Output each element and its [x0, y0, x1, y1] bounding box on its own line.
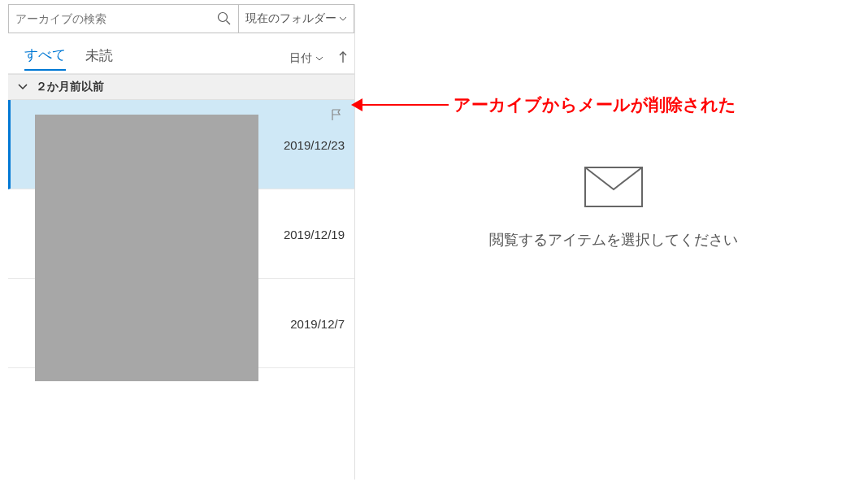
search-box[interactable]: [8, 4, 239, 33]
chevron-down-icon: [315, 56, 323, 61]
group-header[interactable]: ２か月前以前: [8, 74, 354, 100]
chevron-down-icon: [18, 84, 28, 90]
sort-direction-button[interactable]: [338, 50, 348, 66]
filter-tab-all[interactable]: すべて: [24, 46, 66, 71]
flag-icon[interactable]: [330, 108, 343, 124]
filter-tab-unread[interactable]: 未読: [85, 46, 113, 70]
sort-label: 日付: [289, 51, 312, 66]
reading-pane: 閲覧するアイテムを選択してください: [362, 0, 866, 482]
sort-dropdown[interactable]: 日付: [289, 51, 323, 66]
arrow-up-icon: [338, 50, 348, 63]
empty-state-text: 閲覧するアイテムを選択してください: [489, 230, 738, 250]
svg-line-1: [227, 21, 231, 25]
redacted-content: [35, 115, 258, 381]
envelope-icon: [584, 167, 643, 207]
message-date: 2019/12/23: [284, 137, 345, 151]
folder-scope-label: 現在のフォルダー: [245, 11, 336, 26]
folder-scope-dropdown[interactable]: 現在のフォルダー: [239, 4, 354, 33]
caret-down-icon: [339, 16, 347, 21]
group-header-label: ２か月前以前: [36, 80, 104, 94]
search-icon[interactable]: [217, 11, 232, 26]
message-date: 2019/12/7: [290, 316, 345, 330]
search-input[interactable]: [15, 12, 217, 25]
message-date: 2019/12/19: [284, 227, 345, 241]
svg-point-0: [219, 13, 228, 22]
